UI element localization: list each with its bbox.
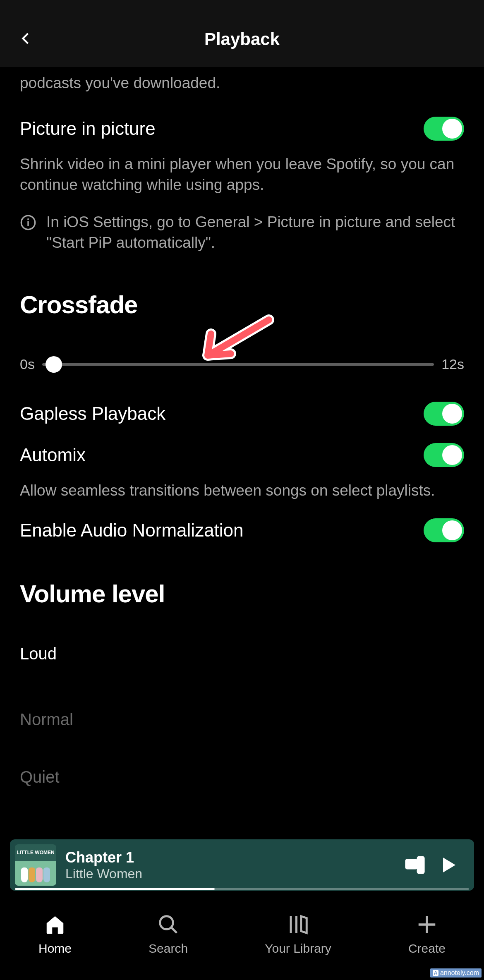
now-playing-progress[interactable] [15, 888, 469, 890]
truncated-prev-desc: podcasts you've downloaded. [20, 67, 464, 93]
pip-title: Picture in picture [20, 118, 156, 139]
page-title: Playback [204, 29, 280, 49]
now-playing-art: LITTLE WOMEN [15, 844, 56, 886]
search-icon [156, 913, 180, 937]
svg-point-8 [420, 860, 421, 861]
svg-point-10 [160, 916, 173, 930]
crossfade-slider-row: 0s 12s [20, 319, 464, 373]
pip-info-text: In iOS Settings, go to General > Picture… [46, 212, 464, 253]
home-icon [43, 913, 67, 937]
volume-option-loud[interactable]: Loud [20, 629, 464, 679]
setting-row-pip: Picture in picture [20, 93, 464, 141]
setting-row-normalization: Enable Audio Normalization [20, 501, 464, 542]
section-crossfade-title: Crossfade [20, 253, 464, 319]
nav-library[interactable]: Your Library [265, 913, 331, 956]
automix-title: Automix [20, 445, 86, 465]
normalization-toggle[interactable] [424, 518, 464, 542]
nav-search-label: Search [149, 942, 188, 956]
now-playing-bar[interactable]: LITTLE WOMEN Chapter 1 Little Women [10, 839, 474, 891]
svg-line-11 [172, 928, 177, 933]
plus-icon [415, 913, 439, 937]
automix-toggle[interactable] [424, 443, 464, 467]
chevron-left-icon [19, 31, 34, 46]
library-icon [286, 913, 310, 937]
pip-info-row: In iOS Settings, go to General > Picture… [20, 195, 464, 253]
connect-devices-button[interactable] [400, 854, 429, 876]
watermark-text: annotely.com [440, 969, 479, 977]
automix-desc: Allow seamless transitions between songs… [20, 467, 464, 501]
section-volume-title: Volume level [20, 542, 464, 608]
nav-library-label: Your Library [265, 942, 331, 956]
volume-option-quiet[interactable]: Quiet [20, 745, 464, 802]
crossfade-slider[interactable] [42, 356, 434, 373]
bottom-nav: Home Search Your Library Create [0, 898, 484, 980]
nav-home-label: Home [38, 942, 72, 956]
setting-row-gapless: Gapless Playback [20, 373, 464, 426]
crossfade-max-label: 12s [441, 356, 464, 372]
now-playing-track: Chapter 1 [65, 849, 400, 866]
svg-rect-5 [406, 860, 417, 869]
volume-option-normal[interactable]: Normal [20, 679, 464, 745]
pip-desc: Shrink video in a mini player when you l… [20, 141, 464, 195]
volume-options: Loud Normal Quiet [20, 608, 464, 802]
svg-marker-9 [443, 858, 455, 872]
settings-content: podcasts you've downloaded. Picture in p… [0, 67, 484, 802]
play-button[interactable] [429, 855, 467, 875]
slider-thumb[interactable] [46, 356, 62, 373]
nav-search[interactable]: Search [149, 913, 188, 956]
gapless-toggle[interactable] [424, 402, 464, 426]
crossfade-min-label: 0s [20, 356, 35, 372]
nav-create[interactable]: Create [408, 913, 446, 956]
back-button[interactable] [16, 28, 36, 49]
nav-home[interactable]: Home [38, 913, 72, 956]
progress-fill [15, 888, 215, 890]
header: Playback [0, 0, 484, 67]
pip-toggle[interactable] [424, 117, 464, 141]
gapless-title: Gapless Playback [20, 403, 165, 424]
info-icon [20, 214, 36, 231]
now-playing-album: Little Women [65, 866, 400, 882]
svg-point-2 [27, 218, 29, 220]
art-text: LITTLE WOMEN [15, 850, 56, 855]
slider-track [42, 363, 434, 366]
svg-point-7 [419, 867, 423, 870]
normalization-title: Enable Audio Normalization [20, 520, 244, 541]
now-playing-text: Chapter 1 Little Women [56, 849, 400, 882]
nav-create-label: Create [408, 942, 446, 956]
watermark: Aannotely.com [430, 968, 482, 978]
setting-row-automix: Automix [20, 426, 464, 467]
